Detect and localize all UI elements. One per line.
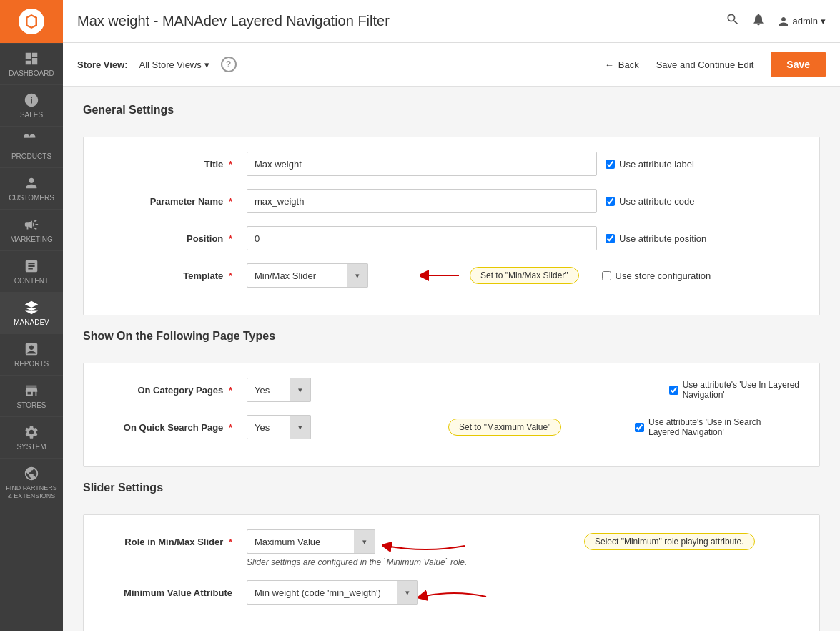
user-name: admin (793, 16, 818, 26)
sidebar-item-customers[interactable]: CUSTOMERS (0, 167, 63, 209)
min-attr-arrow-container (418, 586, 490, 610)
param-field: Use attribute code (247, 189, 799, 213)
sidebar-item-content[interactable]: CONTENT (0, 250, 63, 292)
template-checkbox-label[interactable]: Use store configuration (602, 270, 711, 281)
save-button[interactable]: Save (771, 52, 826, 77)
bell-icon[interactable] (751, 12, 766, 30)
min-attr-label: Minimum Value Attribute (104, 587, 247, 598)
category-pages-field: Yes No ▾ Use attribute's 'Use In Layered… (247, 378, 799, 402)
store-view-chevron-icon: ▾ (204, 59, 209, 70)
sidebar-item-find-partners[interactable]: FIND PARTNERS & EXTENSIONS (0, 458, 63, 507)
min-attr-field: Min weight (code 'min_weigth') ▾ (247, 580, 799, 605)
role-field: Maximum Value Minimum Value ▾ Select "Mi… (247, 529, 799, 554)
category-select-arrow: ▾ (290, 378, 311, 402)
actionbar: Store View: All Store Views ▾ ? ← Back S… (63, 43, 840, 87)
title-checkbox[interactable] (606, 160, 615, 169)
sidebar-item-sales[interactable]: SALES (0, 84, 63, 126)
sidebar-item-system[interactable]: SYSTEM (0, 416, 63, 458)
quick-search-label: On Quick Search Page * (104, 422, 247, 433)
title-label: Title * (104, 159, 247, 170)
general-settings-form: Title * Use attribute label Parameter Na… (83, 137, 820, 316)
template-select-arrow: ▾ (347, 263, 368, 288)
quick-search-field: Yes No ▾ Set to "Maximum Value" (247, 415, 799, 439)
role-subtext-wrap: Slider settings are configured in the `M… (104, 557, 799, 567)
sidebar-item-manadev[interactable]: MANADEV (0, 292, 63, 333)
template-required: * (229, 270, 232, 281)
store-view-label: Store View: (77, 59, 128, 70)
help-icon[interactable]: ? (221, 57, 237, 72)
param-checkbox[interactable] (606, 197, 615, 206)
sidebar-item-stores[interactable]: STORES (0, 375, 63, 416)
template-arrow-svg (420, 267, 463, 284)
position-field: Use attribute position (247, 226, 799, 250)
title-input[interactable] (247, 152, 597, 176)
param-required: * (229, 196, 232, 207)
sidebar-item-reports-label: REPORTS (14, 360, 49, 368)
quick-search-checkbox-group: Use attribute's 'Use in Search Layered N… (635, 417, 799, 437)
param-label: Parameter Name * (104, 196, 247, 207)
category-checkbox-group: Use attribute's 'Use In Layered Navigati… (669, 380, 799, 400)
sidebar-item-find-partners-label: FIND PARTNERS & EXTENSIONS (3, 484, 60, 500)
sidebar-item-content-label: CONTENT (14, 277, 49, 285)
category-pages-label: On Category Pages * (104, 385, 247, 396)
sidebar-item-marketing[interactable]: MARKETING (0, 209, 63, 250)
back-button[interactable]: ← Back (605, 59, 639, 70)
position-checkbox[interactable] (606, 234, 615, 243)
template-row: Template * Min/Max Slider Dropdown Slide… (104, 263, 799, 288)
title-field: Use attribute label (247, 152, 799, 176)
show-on-pages-form: On Category Pages * Yes No ▾ (83, 363, 820, 467)
position-input[interactable] (247, 226, 597, 250)
template-annotation-area: Set to "Min/Max Slider" (420, 267, 579, 284)
role-subtext: Slider settings are configured in the `M… (247, 557, 467, 567)
magento-logo[interactable] (0, 0, 63, 43)
min-attr-arrow-svg (418, 586, 490, 607)
category-checkbox-text: Use attribute's 'Use In Layered Navigati… (683, 380, 799, 400)
role-label: Role in Min/Max Slider * (104, 537, 247, 547)
topbar: Max weight - MANAdev Layered Navigation … (63, 0, 840, 43)
back-label: Back (618, 59, 639, 70)
min-attr-row: Minimum Value Attribute Min weight (code… (104, 580, 799, 605)
template-select-wrap: Min/Max Slider Dropdown Slider ▾ (247, 263, 368, 288)
role-select-arrow: ▾ (354, 529, 375, 554)
sidebar-item-system-label: SYSTEM (16, 443, 46, 451)
position-checkbox-label[interactable]: Use attribute position (606, 233, 706, 244)
title-required: * (229, 159, 232, 170)
save-continue-button[interactable]: Save and Continue Edit (648, 54, 763, 76)
sidebar-item-dashboard[interactable]: DASHBOARD (0, 43, 63, 84)
logo-icon (19, 9, 44, 34)
store-view-dropdown[interactable]: All Store Views ▾ (139, 59, 209, 70)
template-checkbox[interactable] (602, 271, 611, 280)
category-layered-checkbox[interactable] (669, 386, 678, 395)
min-attr-select-arrow: ▾ (397, 580, 418, 605)
general-settings-title: General Settings (83, 104, 820, 122)
sidebar-item-products[interactable]: PRODUCTS (0, 126, 63, 167)
min-attr-select[interactable]: Min weight (code 'min_weigth') (247, 580, 418, 605)
topbar-icons: admin ▾ (726, 12, 826, 30)
quick-search-annotation-area: Set to "Maximum Value" (448, 419, 561, 436)
title-checkbox-label[interactable]: Use attribute label (606, 159, 694, 170)
param-checkbox-label[interactable]: Use attribute code (606, 196, 695, 207)
sidebar-item-reports[interactable]: REPORTS (0, 333, 63, 375)
template-field: Min/Max Slider Dropdown Slider ▾ (247, 263, 799, 288)
slider-settings-title: Slider Settings (83, 481, 820, 500)
page-title: Max weight - MANAdev Layered Navigation … (77, 13, 726, 29)
sidebar-item-dashboard-label: DASHBOARD (9, 69, 54, 77)
param-input[interactable] (247, 189, 597, 213)
quick-search-annotation: Set to "Maximum Value" (448, 419, 561, 436)
template-annotation: Set to "Min/Max Slider" (470, 267, 579, 284)
content-area: General Settings Title * Use attribute l… (63, 87, 840, 631)
search-icon[interactable] (726, 12, 740, 30)
quick-search-row: On Quick Search Page * Yes No ▾ Set (104, 415, 799, 439)
user-dropdown-arrow: ▾ (821, 16, 826, 26)
title-row: Title * Use attribute label (104, 152, 799, 176)
quick-search-required: * (229, 422, 232, 433)
quick-search-layered-checkbox[interactable] (635, 423, 644, 432)
show-on-pages-title: Show On the Following Page Types (83, 330, 820, 348)
sidebar-item-customers-label: CUSTOMERS (9, 194, 54, 202)
sidebar-item-stores-label: STORES (17, 401, 46, 409)
param-row: Parameter Name * Use attribute code (104, 189, 799, 213)
quick-search-select-wrap: Yes No ▾ (247, 415, 311, 439)
user-menu[interactable]: admin ▾ (777, 15, 826, 28)
role-select-wrap: Maximum Value Minimum Value ▾ (247, 529, 375, 554)
role-required: * (229, 537, 232, 547)
